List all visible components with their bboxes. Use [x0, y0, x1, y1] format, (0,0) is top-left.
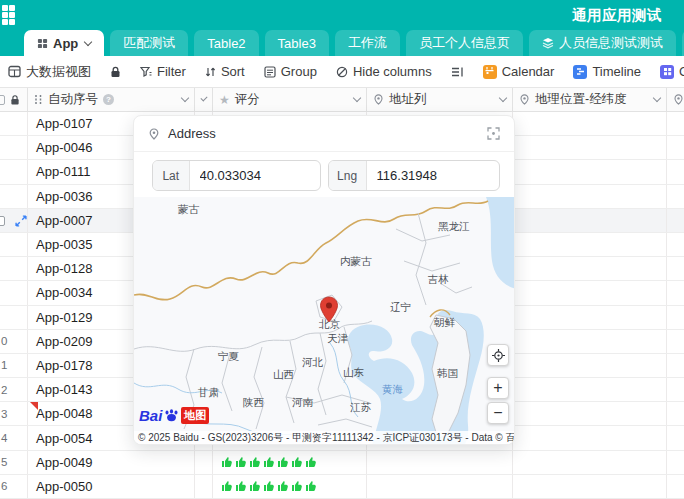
- chevron-down-icon[interactable]: [499, 94, 507, 102]
- sort-button[interactable]: Sort: [205, 64, 245, 79]
- row-number[interactable]: [0, 160, 28, 183]
- row-number[interactable]: [0, 233, 28, 256]
- filter-button[interactable]: Filter: [140, 64, 186, 79]
- tab-app[interactable]: App: [24, 30, 104, 56]
- timeline-view-button[interactable]: Timeline: [573, 64, 641, 79]
- expand-record-icon[interactable]: [15, 215, 27, 227]
- tab-personnel-test[interactable]: 人员信息测试测试: [529, 30, 676, 56]
- geo-cell[interactable]: [513, 281, 667, 304]
- column-header-address[interactable]: 地址列: [367, 88, 513, 111]
- chevron-down-icon[interactable]: [353, 94, 361, 102]
- baidu-map-badge: 地图: [181, 407, 209, 424]
- geo-cell[interactable]: [513, 451, 667, 474]
- view-name-button[interactable]: 大数据视图: [8, 63, 91, 81]
- map-label: 山东: [343, 366, 364, 380]
- table-row[interactable]: 6 App-0050: [0, 475, 684, 499]
- table-row[interactable]: 5 App-0049: [0, 451, 684, 475]
- row-height-button[interactable]: [451, 66, 464, 78]
- row-number[interactable]: 0: [0, 330, 28, 353]
- row-number[interactable]: [0, 257, 28, 280]
- geo-cell[interactable]: [513, 136, 667, 159]
- app-launcher-icon[interactable]: [2, 5, 16, 25]
- row-number[interactable]: 1: [0, 354, 28, 377]
- gallery-view-button[interactable]: Gallery: [660, 64, 684, 79]
- row-checkbox[interactable]: [0, 216, 5, 226]
- lat-input[interactable]: [190, 161, 320, 190]
- map-attribution: © 2025 Baidu - GS(2023)3206号 - 甲测资字11111…: [134, 431, 515, 445]
- chevron-down-icon[interactable]: [181, 94, 189, 102]
- recenter-icon[interactable]: [487, 127, 500, 140]
- chevron-down-icon[interactable]: [653, 94, 661, 102]
- lng-input-group: Lng: [328, 160, 500, 191]
- zoom-in-button[interactable]: +: [487, 377, 509, 399]
- column-header-geo[interactable]: 地理位置-经纬度: [513, 88, 667, 111]
- geo-cell[interactable]: [513, 112, 667, 135]
- zoom-out-button[interactable]: −: [487, 402, 509, 424]
- map-label-sea: 黄海: [382, 383, 403, 397]
- row-number[interactable]: [0, 185, 28, 208]
- map-marker-icon[interactable]: [319, 296, 339, 323]
- map-label: 河南: [292, 396, 313, 410]
- column-header-rating[interactable]: ★ 评分: [213, 88, 367, 111]
- row-number[interactable]: 2: [0, 378, 28, 401]
- comment-flag: [30, 402, 38, 410]
- thumb-up-icon: [291, 456, 303, 468]
- tab-table2[interactable]: Table2: [194, 30, 258, 56]
- row-number[interactable]: [0, 209, 28, 232]
- column-header-collapsed[interactable]: [195, 88, 213, 111]
- tab-workflow[interactable]: 工作流: [335, 30, 400, 56]
- geo-cell[interactable]: [513, 233, 667, 256]
- filter-icon: [140, 66, 152, 78]
- row-number[interactable]: 5: [0, 451, 28, 474]
- address-cell[interactable]: [367, 451, 513, 474]
- gallery-label: Gallery: [679, 64, 684, 79]
- address-cell[interactable]: [367, 475, 513, 498]
- geo-cell[interactable]: [513, 402, 667, 425]
- chevron-down-icon[interactable]: [200, 94, 207, 101]
- geo-cell[interactable]: [513, 475, 667, 498]
- geo-cell[interactable]: [513, 306, 667, 329]
- column-header-next[interactable]: [667, 88, 684, 111]
- thumb-up-icon: [263, 480, 275, 492]
- group-icon: [264, 66, 276, 78]
- geo-cell[interactable]: [513, 330, 667, 353]
- select-all-checkbox[interactable]: [0, 95, 5, 105]
- geo-cell[interactable]: [513, 160, 667, 183]
- tab-match-test[interactable]: 匹配测试: [110, 30, 188, 56]
- thumb-up-icon: [249, 456, 261, 468]
- row-number[interactable]: [0, 136, 28, 159]
- geo-cell[interactable]: [513, 209, 667, 232]
- help-icon[interactable]: ?: [103, 94, 114, 105]
- zoom-in-label: +: [493, 379, 502, 397]
- rating-cell[interactable]: [213, 475, 367, 498]
- row-number[interactable]: 3: [0, 402, 28, 425]
- hide-columns-button[interactable]: Hide columns: [336, 64, 432, 79]
- record-id-cell[interactable]: App-0049: [28, 451, 195, 474]
- rating-cell[interactable]: [213, 451, 367, 474]
- locate-button[interactable]: [487, 344, 509, 366]
- map-label: 辽宁: [390, 301, 411, 315]
- calendar-view-button[interactable]: Calendar: [483, 64, 555, 79]
- geo-cell[interactable]: [513, 257, 667, 280]
- geo-cell[interactable]: [513, 354, 667, 377]
- geo-cell[interactable]: [513, 426, 667, 449]
- column-header-auto-number[interactable]: 自动序号 ?: [28, 88, 195, 111]
- row-number[interactable]: [0, 306, 28, 329]
- baidu-map[interactable]: 蒙古 黑龙江 内蒙古 吉林 辽宁 朝鲜 北京 天津 宁夏 河北 山西 山东 甘肃…: [134, 197, 515, 445]
- tab-table3[interactable]: Table3: [265, 30, 329, 56]
- geo-cell[interactable]: [513, 378, 667, 401]
- header-row-select[interactable]: [0, 88, 28, 111]
- geo-cell[interactable]: [513, 185, 667, 208]
- row-number[interactable]: 6: [0, 475, 28, 498]
- lock-button[interactable]: [110, 66, 121, 78]
- group-button[interactable]: Group: [264, 64, 317, 79]
- record-id-cell[interactable]: App-0050: [28, 475, 195, 498]
- app-title: 通用应用测试: [572, 0, 662, 30]
- location-pin-icon: [519, 94, 530, 105]
- row-number[interactable]: [0, 281, 28, 304]
- tab-employee-page[interactable]: 员工个人信息页: [406, 30, 523, 56]
- row-number[interactable]: [0, 112, 28, 135]
- lng-input[interactable]: [367, 161, 497, 190]
- row-number[interactable]: 4: [0, 426, 28, 449]
- grid-header: 自动序号 ? ★ 评分 地址列 地理位置-经纬度: [0, 88, 684, 112]
